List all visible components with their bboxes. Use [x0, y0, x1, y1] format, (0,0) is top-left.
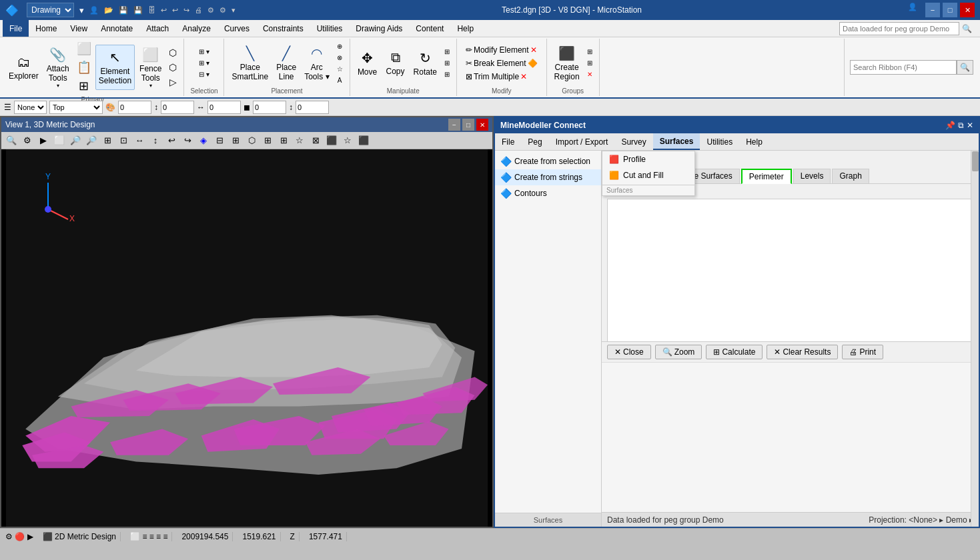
- vt-btn-14[interactable]: ⊟: [212, 133, 227, 148]
- coord-v-input[interactable]: [296, 101, 329, 114]
- coord-x-input[interactable]: [118, 101, 151, 114]
- viewport-canvas[interactable]: Y X: [1, 149, 492, 527]
- trim-multiple-btn[interactable]: ⊠ Trim Multiple ✕: [461, 71, 542, 83]
- vt-btn-23[interactable]: ⬛: [356, 133, 371, 148]
- sel-btn-2[interactable]: ⊞ ▾: [194, 58, 214, 68]
- mm-menu-surfaces[interactable]: Surfaces: [653, 133, 700, 150]
- menu-item-home[interactable]: Home: [29, 20, 63, 37]
- create-region-button[interactable]: ⬛ CreateRegion: [551, 41, 583, 86]
- zoom-button[interactable]: 🔍 Zoom: [655, 345, 702, 359]
- vt-btn-22[interactable]: ☆: [340, 133, 355, 148]
- save2-icon[interactable]: 💾: [133, 6, 143, 15]
- vt-btn-8[interactable]: ⊡: [116, 133, 131, 148]
- rotate-button[interactable]: ↻ Rotate: [410, 41, 440, 86]
- mm-menu-help[interactable]: Help: [739, 133, 769, 150]
- groups-sm-2[interactable]: ⊞: [584, 58, 595, 68]
- sidebar-item-contours[interactable]: 🔷 Contours: [495, 185, 601, 201]
- vt-btn-12[interactable]: ↪: [180, 133, 195, 148]
- small-btn-1[interactable]: ⬜: [74, 40, 94, 57]
- vt-btn-15[interactable]: ⊞: [228, 133, 243, 148]
- menu-item-annotate[interactable]: Annotate: [94, 20, 139, 37]
- ribbon-search-input[interactable]: [850, 60, 957, 75]
- arc-tools-button[interactable]: ◠ ArcTools ▾: [301, 41, 332, 86]
- place-sm-3[interactable]: ☆: [334, 64, 346, 74]
- place-sm-1[interactable]: ⊕: [334, 41, 346, 51]
- sidebar-item-create-from-selection[interactable]: 🔷 Create from selection: [495, 153, 601, 169]
- perimeter-element-area[interactable]: [607, 199, 973, 341]
- undo2-icon[interactable]: ↩: [172, 6, 178, 15]
- place-smartline-button[interactable]: ╲ PlaceSmartLine: [228, 41, 272, 86]
- viewport-close-btn[interactable]: ✕: [476, 119, 488, 131]
- small-btn-2[interactable]: 📋: [74, 59, 94, 76]
- menu-item-utilities[interactable]: Utilities: [310, 20, 350, 37]
- place-line-button[interactable]: ╱ PlaceLine: [273, 41, 300, 86]
- menu-item-content[interactable]: Content: [409, 20, 450, 37]
- vt-btn-2[interactable]: ⚙: [20, 133, 35, 148]
- fence-tools-button[interactable]: ⬜ FenceTools ▾: [136, 45, 165, 90]
- view-select[interactable]: Top: [49, 101, 103, 114]
- mm-close-btn[interactable]: ✕: [967, 121, 973, 130]
- vt-btn-16[interactable]: ⬡: [244, 133, 259, 148]
- drawing-mode-select[interactable]: Drawing: [27, 3, 74, 17]
- mm-pin-btn[interactable]: 📌: [945, 121, 955, 130]
- tab-graph[interactable]: Graph: [832, 169, 869, 183]
- profile-icon[interactable]: 👤: [89, 6, 99, 15]
- vt-btn-11[interactable]: ↩: [164, 133, 179, 148]
- coord-w-input[interactable]: [253, 101, 286, 114]
- sel-btn-1[interactable]: ⊞ ▾: [194, 47, 214, 57]
- ribbon-search-button[interactable]: 🔍: [957, 60, 973, 75]
- mm-menu-utilities[interactable]: Utilities: [700, 133, 739, 150]
- break-element-btn[interactable]: ✂ Break Element 🔶: [461, 57, 542, 69]
- undo-icon[interactable]: ↩: [161, 6, 167, 15]
- menu-item-curves[interactable]: Curves: [217, 20, 256, 37]
- tab-perimeter[interactable]: Perimeter: [741, 169, 792, 184]
- menu-item-file[interactable]: File: [3, 20, 29, 37]
- vt-btn-3[interactable]: ▶: [36, 133, 51, 148]
- submenu-cut-and-fill[interactable]: 🟧 Cut and Fill: [602, 167, 694, 183]
- attach-tools-button[interactable]: 📎 AttachTools ▾: [43, 45, 73, 90]
- vt-btn-1[interactable]: 🔍: [4, 133, 19, 148]
- mm-menu-survey[interactable]: Survey: [614, 133, 652, 150]
- calculate-button[interactable]: ⊞ Calculate: [706, 345, 763, 359]
- small-btn-4[interactable]: ⬡: [166, 46, 179, 59]
- tab-levels[interactable]: Levels: [793, 169, 831, 183]
- vt-btn-18[interactable]: ⊞: [276, 133, 291, 148]
- vt-btn-17[interactable]: ⊞: [260, 133, 275, 148]
- scrollbar[interactable]: [971, 151, 979, 527]
- explorer-button[interactable]: 🗂 Explorer: [5, 45, 42, 90]
- print-icon[interactable]: 🖨: [195, 6, 202, 14]
- vt-btn-9[interactable]: ↔: [132, 133, 147, 148]
- vt-btn-7[interactable]: ⊞: [100, 133, 115, 148]
- minimize-button[interactable]: −: [925, 3, 940, 17]
- folder-open-icon[interactable]: 📂: [104, 6, 113, 15]
- manip-sm-1[interactable]: ⊞: [442, 47, 452, 57]
- menu-item-view[interactable]: View: [63, 20, 94, 37]
- vt-btn-21[interactable]: ⬛: [324, 133, 339, 148]
- vt-btn-4[interactable]: ⬜: [52, 133, 67, 148]
- coord-z-input[interactable]: [207, 101, 241, 114]
- coord-y-input[interactable]: [161, 101, 194, 114]
- groups-sm-3[interactable]: ✕: [584, 69, 595, 79]
- sidebar-item-create-from-strings[interactable]: 🔷 Create from strings: [495, 169, 601, 185]
- modify-element-btn[interactable]: ✏ Modify Element ✕: [461, 44, 542, 56]
- settings-icon[interactable]: ⚙: [219, 6, 226, 15]
- manip-sm-2[interactable]: ⊞: [442, 58, 452, 68]
- vt-btn-19[interactable]: ☆: [292, 133, 307, 148]
- vt-btn-13[interactable]: ◈: [196, 133, 211, 148]
- element-selection-button[interactable]: ↖ ElementSelection: [95, 45, 135, 90]
- mm-menu-peg[interactable]: Peg: [521, 133, 548, 150]
- scrollbar-thumb[interactable]: [972, 151, 979, 171]
- viewport-minimize-btn[interactable]: −: [448, 119, 460, 131]
- place-sm-4[interactable]: A: [334, 75, 346, 85]
- submenu-profile[interactable]: 🟥 Profile: [602, 151, 694, 167]
- vt-btn-10[interactable]: ↕: [148, 133, 163, 148]
- menu-item-help[interactable]: Help: [450, 20, 480, 37]
- small-btn-3[interactable]: ⊞: [74, 77, 94, 95]
- mm-menu-import-export[interactable]: Import / Export: [549, 133, 615, 150]
- mm-undock-btn[interactable]: ⧉: [958, 121, 964, 130]
- redo-icon[interactable]: ↪: [183, 6, 189, 15]
- close-button[interactable]: ✕: [960, 3, 975, 17]
- vt-btn-6[interactable]: 🔎: [84, 133, 99, 148]
- move-button[interactable]: ✥ Move: [354, 41, 381, 86]
- menu-item-drawing-aids[interactable]: Drawing Aids: [349, 20, 409, 37]
